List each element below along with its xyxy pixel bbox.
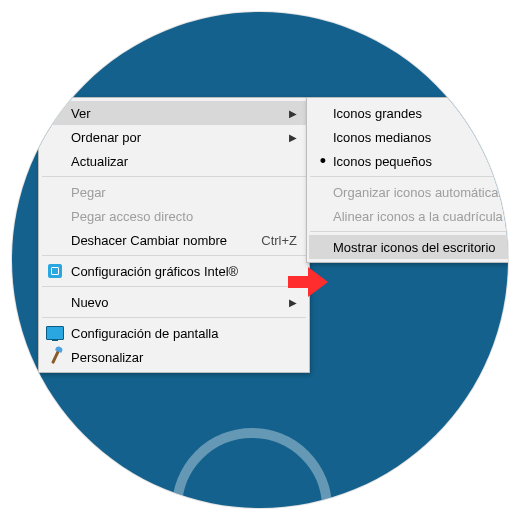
menu-label: Nuevo <box>71 295 275 310</box>
menu-item-config-pantalla[interactable]: Configuración de pantalla <box>41 321 307 345</box>
menu-label: Organizar iconos automáticament <box>333 185 508 200</box>
radio-selected-icon: • <box>313 155 333 167</box>
menu-item-pegar-acceso: Pegar acceso directo <box>41 204 307 228</box>
menu-item-ver[interactable]: Ver ▶ <box>41 101 307 125</box>
submenu-item-organizar[interactable]: Organizar iconos automáticament <box>309 180 508 204</box>
context-menu-ver: Iconos grandes Iconos medianos • Iconos … <box>306 97 508 263</box>
menu-label: Iconos medianos <box>333 130 508 145</box>
menu-label: Ver <box>71 106 275 121</box>
menu-label: Deshacer Cambiar nombre <box>71 233 243 248</box>
blank-icon <box>45 230 65 250</box>
blank-icon <box>45 206 65 226</box>
menu-separator <box>310 231 508 232</box>
intel-icon <box>45 261 65 281</box>
blank-icon <box>45 127 65 147</box>
cortana-ring-icon <box>172 428 332 508</box>
menu-label: Pegar acceso directo <box>71 209 297 224</box>
menu-item-pegar: Pegar <box>41 180 307 204</box>
menu-label: Personalizar <box>71 350 297 365</box>
menu-label: Alinear iconos a la cuadrícula <box>333 209 508 224</box>
menu-shortcut: Ctrl+Z <box>261 233 297 248</box>
menu-label: Pegar <box>71 185 297 200</box>
submenu-item-alinear[interactable]: Alinear iconos a la cuadrícula <box>309 204 508 228</box>
menu-separator <box>310 176 508 177</box>
submenu-item-mostrar-iconos[interactable]: Mostrar iconos del escritorio <box>309 235 508 259</box>
menu-label: Iconos pequeños <box>333 154 508 169</box>
blank-icon <box>45 292 65 312</box>
personalize-icon <box>45 347 65 367</box>
menu-separator <box>42 286 306 287</box>
menu-separator <box>42 317 306 318</box>
submenu-item-iconos-grandes[interactable]: Iconos grandes <box>309 101 508 125</box>
menu-label: Iconos grandes <box>333 106 508 121</box>
menu-label: Actualizar <box>71 154 297 169</box>
menu-item-nuevo[interactable]: Nuevo ▶ <box>41 290 307 314</box>
menu-label: Ordenar por <box>71 130 275 145</box>
chevron-right-icon: ▶ <box>283 108 297 119</box>
menu-label: Configuración gráficos Intel® <box>71 264 297 279</box>
menu-item-intel[interactable]: Configuración gráficos Intel® <box>41 259 307 283</box>
blank-icon <box>45 182 65 202</box>
menu-label: Configuración de pantalla <box>71 326 297 341</box>
menu-separator <box>42 176 306 177</box>
menu-separator <box>42 255 306 256</box>
chevron-right-icon: ▶ <box>283 132 297 143</box>
context-menu-main: Ver ▶ Ordenar por ▶ Actualizar Pegar Peg… <box>38 97 310 373</box>
submenu-item-iconos-medianos[interactable]: Iconos medianos <box>309 125 508 149</box>
menu-item-personalizar[interactable]: Personalizar <box>41 345 307 369</box>
submenu-item-iconos-pequenos[interactable]: • Iconos pequeños <box>309 149 508 173</box>
blank-icon <box>45 151 65 171</box>
desktop-background: Ver ▶ Ordenar por ▶ Actualizar Pegar Peg… <box>12 12 508 508</box>
blank-icon <box>45 103 65 123</box>
menu-item-actualizar[interactable]: Actualizar <box>41 149 307 173</box>
menu-item-deshacer[interactable]: Deshacer Cambiar nombre Ctrl+Z <box>41 228 307 252</box>
chevron-right-icon: ▶ <box>283 297 297 308</box>
menu-label: Mostrar iconos del escritorio <box>333 240 508 255</box>
display-icon <box>45 323 65 343</box>
menu-item-ordenar[interactable]: Ordenar por ▶ <box>41 125 307 149</box>
